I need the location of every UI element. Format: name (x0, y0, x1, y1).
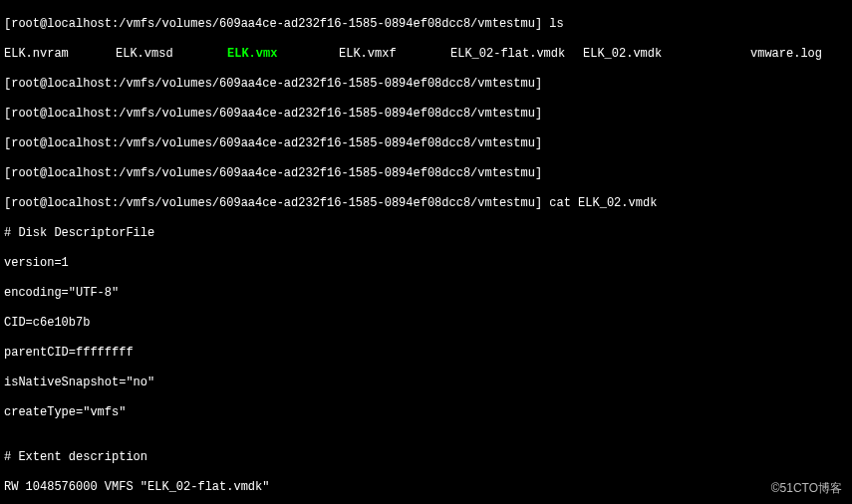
output-line: CID=c6e10b7b (4, 316, 848, 331)
terminal-output: [root@localhost:/vmfs/volumes/609aa4ce-a… (4, 2, 848, 504)
prompt-path: /vmfs/volumes/609aa4ce-ad232f16-1585-089… (119, 17, 535, 31)
output-line: createType="vmfs" (4, 405, 848, 420)
prompt-line-cat: [root@localhost:/vmfs/volumes/609aa4ce-a… (4, 196, 848, 211)
prompt-line-empty4: [root@localhost:/vmfs/volumes/609aa4ce-a… (4, 166, 848, 181)
file-vmx: ELK.vmx (227, 47, 339, 62)
command-cat: cat ELK_02.vmdk (542, 196, 657, 210)
prompt-line-empty3: [root@localhost:/vmfs/volumes/609aa4ce-a… (4, 136, 848, 151)
file-vmxf: ELK.vmxf (339, 47, 450, 62)
output-line: isNativeSnapshot="no" (4, 376, 848, 390)
output-line: # Extent description (4, 450, 848, 465)
prompt-line-empty2: [root@localhost:/vmfs/volumes/609aa4ce-a… (4, 107, 848, 122)
file-vmdk: ELK_02.vmdk (583, 47, 750, 62)
prompt-line-empty1: [root@localhost:/vmfs/volumes/609aa4ce-a… (4, 77, 848, 92)
file-vmsd: ELK.vmsd (116, 47, 227, 62)
output-line: encoding="UTF-8" (4, 286, 848, 301)
output-line: RW 1048576000 VMFS "ELK_02-flat.vmdk" (4, 480, 848, 495)
file-listing: ELK.nvramELK.vmsdELK.vmxELK.vmxfELK_02-f… (4, 47, 848, 62)
user-host: root@localhost (11, 17, 112, 31)
file-nvram: ELK.nvram (4, 47, 116, 62)
file-flat-vmdk: ELK_02-flat.vmdk (450, 47, 583, 62)
command-ls: ls (542, 17, 564, 31)
prompt-line-ls: [root@localhost:/vmfs/volumes/609aa4ce-a… (4, 17, 848, 32)
output-line: version=1 (4, 256, 848, 271)
output-line: # Disk DescriptorFile (4, 226, 848, 241)
file-log: vmware.log (750, 47, 822, 61)
watermark-text: ©51CTO博客 (771, 481, 842, 496)
output-line: parentCID=ffffffff (4, 346, 848, 361)
